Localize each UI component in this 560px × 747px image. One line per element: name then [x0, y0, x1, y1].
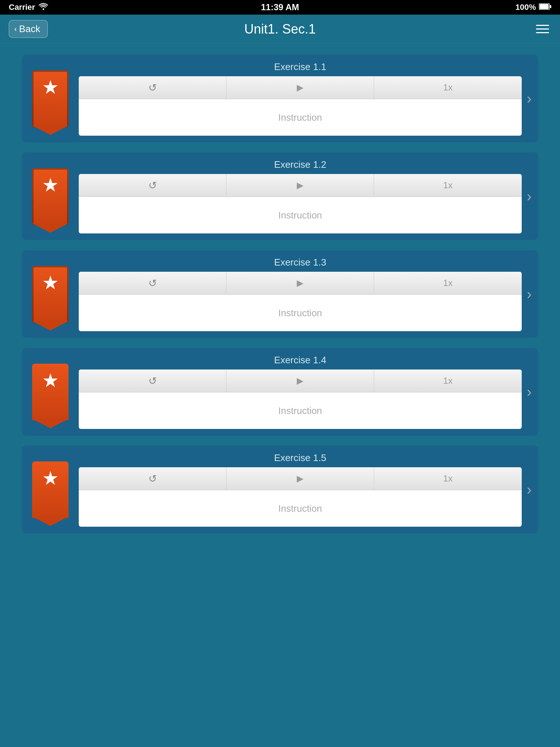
card-content-4: Exercise 1.4 ↺ ▶ 1x Instruction: [79, 355, 522, 429]
chevron-right-3[interactable]: ›: [527, 286, 532, 302]
hamburger-line-3: [536, 32, 549, 33]
bookmark-icon-1[interactable]: ★: [28, 67, 72, 129]
play-icon-3: ▶: [297, 278, 303, 288]
bookmark-shape-1: ★: [32, 70, 69, 127]
controls-bar-3: ↺ ▶ 1x: [79, 272, 522, 295]
wifi-icon: [39, 3, 48, 12]
bookmark-icon-2[interactable]: ★: [28, 165, 72, 227]
status-time: 11:39 AM: [261, 2, 299, 12]
speed-button-5[interactable]: 1x: [374, 467, 521, 490]
card-content-3: Exercise 1.3 ↺ ▶ 1x Instruction: [79, 257, 522, 331]
exercise-card-3: ★ Exercise 1.3 ↺ ▶ 1x Instruction ›: [22, 250, 538, 338]
instruction-box-2: Instruction: [79, 197, 522, 233]
status-bar-left: Carrier: [9, 3, 48, 12]
controls-bar-5: ↺ ▶ 1x: [79, 467, 522, 490]
play-button-4[interactable]: ▶: [226, 369, 374, 392]
speed-button-2[interactable]: 1x: [374, 174, 521, 197]
controls-bar-4: ↺ ▶ 1x: [79, 369, 522, 392]
battery-icon: [539, 3, 551, 12]
exercise-title-2: Exercise 1.2: [79, 159, 522, 170]
instruction-box-3: Instruction: [79, 295, 522, 331]
replay-icon-1: ↺: [148, 82, 157, 94]
hamburger-menu-button[interactable]: [534, 23, 551, 35]
hamburger-line-1: [536, 25, 549, 26]
instruction-text-5: Instruction: [278, 503, 322, 514]
chevron-right-2[interactable]: ›: [527, 188, 532, 205]
star-icon-4: ★: [42, 371, 59, 390]
controls-bar-2: ↺ ▶ 1x: [79, 174, 522, 197]
bookmark-icon-4[interactable]: ★: [28, 361, 72, 423]
card-content-1: Exercise 1.1 ↺ ▶ 1x Instruction: [79, 61, 522, 136]
play-icon-5: ▶: [297, 473, 303, 484]
speed-label-1: 1x: [443, 82, 452, 93]
replay-button-1[interactable]: ↺: [79, 76, 226, 99]
exercise-card-2: ★ Exercise 1.2 ↺ ▶ 1x Instruction ›: [22, 152, 538, 240]
bookmark-icon-5[interactable]: ★: [28, 458, 72, 520]
replay-button-3[interactable]: ↺: [79, 272, 226, 294]
status-bar: Carrier 11:39 AM 100%: [0, 0, 560, 15]
instruction-text-4: Instruction: [278, 405, 322, 417]
instruction-box-1: Instruction: [79, 99, 522, 136]
replay-button-4[interactable]: ↺: [79, 369, 226, 392]
exercise-card-5: ★ Exercise 1.5 ↺ ▶ 1x Instruction ›: [22, 446, 538, 533]
status-bar-right: 100%: [516, 3, 551, 12]
exercise-card-1: ★ Exercise 1.1 ↺ ▶ 1x Instruction ›: [22, 55, 538, 142]
play-button-3[interactable]: ▶: [226, 272, 374, 294]
speed-label-3: 1x: [443, 278, 452, 288]
instruction-text-1: Instruction: [278, 112, 322, 123]
speed-label-2: 1x: [443, 180, 452, 190]
bookmark-shape-5: ★: [32, 461, 69, 518]
bookmark-shape-4: ★: [32, 364, 69, 420]
star-icon-3: ★: [42, 273, 59, 292]
star-icon-5: ★: [42, 469, 59, 488]
exercise-title-1: Exercise 1.1: [79, 61, 522, 73]
chevron-right-1[interactable]: ›: [527, 90, 532, 107]
play-button-5[interactable]: ▶: [226, 467, 374, 490]
chevron-right-5[interactable]: ›: [527, 481, 532, 498]
speed-button-1[interactable]: 1x: [374, 76, 521, 99]
speed-label-4: 1x: [443, 376, 452, 386]
hamburger-line-2: [536, 28, 549, 30]
star-icon-2: ★: [42, 175, 59, 194]
star-icon-1: ★: [42, 78, 59, 97]
bookmark-shape-3: ★: [32, 266, 69, 322]
play-icon-4: ▶: [297, 376, 303, 386]
replay-icon-5: ↺: [148, 473, 157, 485]
play-button-2[interactable]: ▶: [226, 174, 374, 197]
card-content-5: Exercise 1.5 ↺ ▶ 1x Instruction: [79, 452, 522, 527]
exercise-title-3: Exercise 1.3: [79, 257, 522, 268]
play-icon-2: ▶: [297, 180, 303, 190]
replay-button-2[interactable]: ↺: [79, 174, 226, 197]
exercise-card-4: ★ Exercise 1.4 ↺ ▶ 1x Instruction ›: [22, 348, 538, 436]
play-icon-1: ▶: [297, 82, 303, 93]
back-label: Back: [19, 23, 40, 35]
exercise-title-5: Exercise 1.5: [79, 452, 522, 464]
instruction-text-2: Instruction: [278, 210, 322, 221]
battery-percent: 100%: [516, 3, 536, 12]
replay-button-5[interactable]: ↺: [79, 467, 226, 490]
controls-bar-1: ↺ ▶ 1x: [79, 76, 522, 99]
replay-icon-3: ↺: [148, 277, 157, 289]
instruction-box-4: Instruction: [79, 392, 522, 429]
svg-point-0: [43, 8, 44, 10]
back-button[interactable]: ‹ Back: [9, 20, 48, 38]
speed-button-3[interactable]: 1x: [374, 272, 521, 294]
svg-rect-3: [540, 4, 549, 9]
main-content: ★ Exercise 1.1 ↺ ▶ 1x Instruction ›: [0, 44, 560, 544]
instruction-text-3: Instruction: [278, 307, 322, 319]
instruction-box-5: Instruction: [79, 490, 522, 527]
chevron-right-4[interactable]: ›: [527, 384, 532, 400]
speed-label-5: 1x: [443, 473, 452, 484]
speed-button-4[interactable]: 1x: [374, 369, 521, 392]
carrier-label: Carrier: [9, 3, 35, 12]
play-button-1[interactable]: ▶: [226, 76, 374, 99]
page-title: Unit1. Sec.1: [244, 22, 316, 37]
replay-icon-4: ↺: [148, 375, 157, 387]
back-chevron-icon: ‹: [14, 24, 17, 34]
bookmark-shape-2: ★: [32, 168, 69, 225]
exercise-title-4: Exercise 1.4: [79, 355, 522, 366]
nav-bar: ‹ Back Unit1. Sec.1: [0, 15, 560, 44]
bookmark-icon-3[interactable]: ★: [28, 263, 72, 325]
replay-icon-2: ↺: [148, 179, 157, 191]
card-content-2: Exercise 1.2 ↺ ▶ 1x Instruction: [79, 159, 522, 233]
